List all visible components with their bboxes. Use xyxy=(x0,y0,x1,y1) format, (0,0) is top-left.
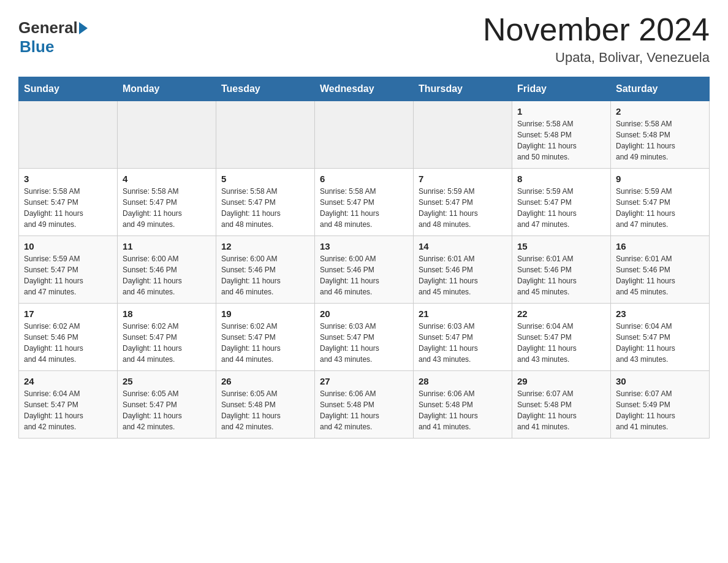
day-info: Sunrise: 5:58 AM Sunset: 5:47 PM Dayligh… xyxy=(24,186,112,230)
day-number: 15 xyxy=(517,241,605,251)
day-info: Sunrise: 6:04 AM Sunset: 5:47 PM Dayligh… xyxy=(24,388,112,432)
day-number: 11 xyxy=(123,241,211,251)
calendar-cell: 17Sunrise: 6:02 AM Sunset: 5:46 PM Dayli… xyxy=(19,304,118,371)
calendar-cell: 7Sunrise: 5:59 AM Sunset: 5:47 PM Daylig… xyxy=(414,169,512,236)
day-number: 7 xyxy=(419,174,507,184)
day-info: Sunrise: 5:58 AM Sunset: 5:47 PM Dayligh… xyxy=(320,186,408,230)
day-number: 8 xyxy=(517,174,605,184)
location-subtitle: Upata, Bolivar, Venezuela xyxy=(483,50,710,66)
week-row-4: 17Sunrise: 6:02 AM Sunset: 5:46 PM Dayli… xyxy=(19,304,710,371)
header: General Blue November 2024 Upata, Boliva… xyxy=(18,12,710,66)
calendar-cell: 21Sunrise: 6:03 AM Sunset: 5:47 PM Dayli… xyxy=(414,304,512,371)
calendar-cell xyxy=(19,101,118,169)
day-number: 14 xyxy=(419,241,507,251)
calendar-cell: 11Sunrise: 6:00 AM Sunset: 5:46 PM Dayli… xyxy=(118,236,216,304)
day-info: Sunrise: 6:00 AM Sunset: 5:46 PM Dayligh… xyxy=(123,253,211,297)
day-info: Sunrise: 6:00 AM Sunset: 5:46 PM Dayligh… xyxy=(320,253,408,297)
header-friday: Friday xyxy=(512,77,611,101)
calendar-cell: 2Sunrise: 5:58 AM Sunset: 5:48 PM Daylig… xyxy=(611,101,710,169)
calendar-cell: 4Sunrise: 5:58 AM Sunset: 5:47 PM Daylig… xyxy=(118,169,216,236)
day-number: 1 xyxy=(517,106,605,117)
day-info: Sunrise: 6:07 AM Sunset: 5:49 PM Dayligh… xyxy=(616,388,704,432)
calendar-cell: 18Sunrise: 6:02 AM Sunset: 5:47 PM Dayli… xyxy=(118,304,216,371)
day-number: 22 xyxy=(517,308,605,319)
calendar-header-row: SundayMondayTuesdayWednesdayThursdayFrid… xyxy=(19,77,710,101)
calendar-cell: 16Sunrise: 6:01 AM Sunset: 5:46 PM Dayli… xyxy=(611,236,710,304)
day-info: Sunrise: 5:59 AM Sunset: 5:47 PM Dayligh… xyxy=(517,186,605,230)
calendar-cell: 6Sunrise: 5:58 AM Sunset: 5:47 PM Daylig… xyxy=(315,169,414,236)
calendar-cell: 29Sunrise: 6:07 AM Sunset: 5:48 PM Dayli… xyxy=(512,371,611,439)
day-number: 6 xyxy=(320,174,408,184)
logo-general: General xyxy=(18,18,78,37)
day-info: Sunrise: 5:58 AM Sunset: 5:47 PM Dayligh… xyxy=(221,186,309,230)
day-number: 2 xyxy=(616,106,704,117)
title-area: November 2024 Upata, Bolivar, Venezuela xyxy=(483,12,710,66)
calendar-cell: 27Sunrise: 6:06 AM Sunset: 5:48 PM Dayli… xyxy=(315,371,414,439)
logo-arrow-icon xyxy=(79,22,88,34)
day-info: Sunrise: 6:02 AM Sunset: 5:47 PM Dayligh… xyxy=(221,321,309,365)
day-number: 27 xyxy=(320,376,408,386)
calendar-cell: 8Sunrise: 5:59 AM Sunset: 5:47 PM Daylig… xyxy=(512,169,611,236)
day-number: 13 xyxy=(320,241,408,251)
calendar-cell: 3Sunrise: 5:58 AM Sunset: 5:47 PM Daylig… xyxy=(19,169,118,236)
day-info: Sunrise: 6:01 AM Sunset: 5:46 PM Dayligh… xyxy=(517,253,605,297)
day-info: Sunrise: 6:05 AM Sunset: 5:47 PM Dayligh… xyxy=(123,388,211,432)
day-number: 29 xyxy=(517,376,605,386)
calendar-table: SundayMondayTuesdayWednesdayThursdayFrid… xyxy=(18,77,710,439)
day-info: Sunrise: 6:02 AM Sunset: 5:47 PM Dayligh… xyxy=(123,321,211,365)
day-number: 12 xyxy=(221,241,309,251)
calendar-cell: 14Sunrise: 6:01 AM Sunset: 5:46 PM Dayli… xyxy=(414,236,512,304)
header-monday: Monday xyxy=(118,77,216,101)
week-row-3: 10Sunrise: 5:59 AM Sunset: 5:47 PM Dayli… xyxy=(19,236,710,304)
calendar-cell: 28Sunrise: 6:06 AM Sunset: 5:48 PM Dayli… xyxy=(414,371,512,439)
header-saturday: Saturday xyxy=(611,77,710,101)
day-number: 4 xyxy=(123,174,211,184)
week-row-2: 3Sunrise: 5:58 AM Sunset: 5:47 PM Daylig… xyxy=(19,169,710,236)
calendar-cell xyxy=(414,101,512,169)
calendar-cell: 15Sunrise: 6:01 AM Sunset: 5:46 PM Dayli… xyxy=(512,236,611,304)
day-number: 26 xyxy=(221,376,309,386)
day-number: 5 xyxy=(221,174,309,184)
calendar-cell xyxy=(216,101,315,169)
calendar-cell: 23Sunrise: 6:04 AM Sunset: 5:47 PM Dayli… xyxy=(611,304,710,371)
week-row-1: 1Sunrise: 5:58 AM Sunset: 5:48 PM Daylig… xyxy=(19,101,710,169)
calendar-cell: 30Sunrise: 6:07 AM Sunset: 5:49 PM Dayli… xyxy=(611,371,710,439)
day-info: Sunrise: 6:04 AM Sunset: 5:47 PM Dayligh… xyxy=(517,321,605,365)
day-info: Sunrise: 6:03 AM Sunset: 5:47 PM Dayligh… xyxy=(320,321,408,365)
header-thursday: Thursday xyxy=(414,77,512,101)
calendar-cell: 22Sunrise: 6:04 AM Sunset: 5:47 PM Dayli… xyxy=(512,304,611,371)
calendar-cell: 13Sunrise: 6:00 AM Sunset: 5:46 PM Dayli… xyxy=(315,236,414,304)
calendar-cell: 5Sunrise: 5:58 AM Sunset: 5:47 PM Daylig… xyxy=(216,169,315,236)
header-wednesday: Wednesday xyxy=(315,77,414,101)
day-number: 30 xyxy=(616,376,704,386)
day-number: 28 xyxy=(419,376,507,386)
day-number: 25 xyxy=(123,376,211,386)
day-info: Sunrise: 5:59 AM Sunset: 5:47 PM Dayligh… xyxy=(419,186,507,230)
day-number: 16 xyxy=(616,241,704,251)
calendar-cell: 12Sunrise: 6:00 AM Sunset: 5:46 PM Dayli… xyxy=(216,236,315,304)
day-number: 20 xyxy=(320,308,408,319)
calendar-cell: 9Sunrise: 5:59 AM Sunset: 5:47 PM Daylig… xyxy=(611,169,710,236)
day-info: Sunrise: 5:58 AM Sunset: 5:48 PM Dayligh… xyxy=(517,118,605,163)
calendar-cell xyxy=(118,101,216,169)
day-info: Sunrise: 5:58 AM Sunset: 5:47 PM Dayligh… xyxy=(123,186,211,230)
day-info: Sunrise: 6:01 AM Sunset: 5:46 PM Dayligh… xyxy=(616,253,704,297)
day-number: 9 xyxy=(616,174,704,184)
day-info: Sunrise: 6:05 AM Sunset: 5:48 PM Dayligh… xyxy=(221,388,309,432)
header-tuesday: Tuesday xyxy=(216,77,315,101)
day-info: Sunrise: 6:00 AM Sunset: 5:46 PM Dayligh… xyxy=(221,253,309,297)
calendar-cell: 24Sunrise: 6:04 AM Sunset: 5:47 PM Dayli… xyxy=(19,371,118,439)
day-info: Sunrise: 6:01 AM Sunset: 5:46 PM Dayligh… xyxy=(419,253,507,297)
day-info: Sunrise: 5:59 AM Sunset: 5:47 PM Dayligh… xyxy=(24,253,112,297)
month-year-title: November 2024 xyxy=(483,12,710,47)
logo-text: General xyxy=(18,18,88,37)
day-number: 17 xyxy=(24,308,112,319)
day-info: Sunrise: 6:03 AM Sunset: 5:47 PM Dayligh… xyxy=(419,321,507,365)
logo-blue-text: Blue xyxy=(18,37,54,56)
calendar-cell: 10Sunrise: 5:59 AM Sunset: 5:47 PM Dayli… xyxy=(19,236,118,304)
day-info: Sunrise: 6:07 AM Sunset: 5:48 PM Dayligh… xyxy=(517,388,605,432)
calendar-cell: 26Sunrise: 6:05 AM Sunset: 5:48 PM Dayli… xyxy=(216,371,315,439)
day-info: Sunrise: 6:06 AM Sunset: 5:48 PM Dayligh… xyxy=(419,388,507,432)
day-number: 10 xyxy=(24,241,112,251)
day-info: Sunrise: 5:59 AM Sunset: 5:47 PM Dayligh… xyxy=(616,186,704,230)
